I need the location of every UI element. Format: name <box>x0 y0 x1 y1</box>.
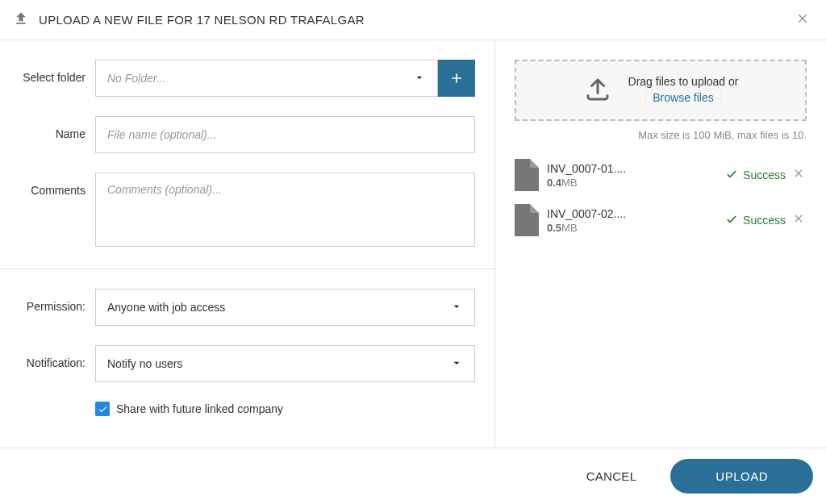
file-list: INV_0007-01.... 0.4MB Success INV_0007-0 <box>515 152 807 243</box>
upload-arrow-icon <box>583 75 612 106</box>
share-future-label: Share with future linked company <box>116 402 283 415</box>
close-icon[interactable] <box>792 8 813 32</box>
folder-placeholder: No Folder... <box>107 72 166 85</box>
drag-text: Drag files to upload or <box>628 75 739 88</box>
permission-value: Anyone with job access <box>107 301 225 314</box>
dialog-title: UPLOAD A NEW FILE FOR 17 NELSON RD TRAFA… <box>39 13 365 27</box>
file-icon <box>515 204 539 236</box>
add-folder-button[interactable] <box>438 60 475 97</box>
upload-limits: Max size is 100 MiB, max files is 10. <box>515 129 807 141</box>
upload-icon <box>13 10 29 29</box>
notification-label: Notification: <box>0 345 95 369</box>
file-row: INV_0007-02.... 0.5MB Success <box>515 198 807 243</box>
file-size: 0.4MB <box>547 177 652 189</box>
dialog-footer: CANCEL UPLOAD <box>0 448 826 504</box>
file-row: INV_0007-01.... 0.4MB Success <box>515 152 807 198</box>
dropzone[interactable]: Drag files to upload or Browse files <box>515 60 807 121</box>
remove-file-icon[interactable] <box>791 212 807 229</box>
folder-select[interactable]: No Folder... <box>95 60 438 97</box>
dialog-header: UPLOAD A NEW FILE FOR 17 NELSON RD TRAFA… <box>0 0 826 40</box>
notification-select[interactable]: Notify no users <box>95 345 475 382</box>
upload-button[interactable]: UPLOAD <box>670 459 813 494</box>
check-icon <box>725 213 738 228</box>
file-name: INV_0007-01.... <box>547 162 652 175</box>
browse-files-link[interactable]: Browse files <box>645 89 720 106</box>
folder-label: Select folder <box>0 60 95 84</box>
share-future-checkbox[interactable] <box>95 402 110 416</box>
remove-file-icon[interactable] <box>791 167 807 184</box>
name-label: Name <box>0 116 95 140</box>
file-size: 0.5MB <box>547 222 652 234</box>
permission-label: Permission: <box>0 289 95 313</box>
file-icon <box>515 159 539 191</box>
chevron-down-icon <box>450 300 463 315</box>
comments-label: Comments <box>0 173 95 197</box>
filename-input[interactable] <box>95 116 475 153</box>
comments-textarea[interactable] <box>95 173 475 247</box>
file-name: INV_0007-02.... <box>547 207 652 220</box>
cancel-button[interactable]: CANCEL <box>577 463 647 489</box>
notification-value: Notify no users <box>107 357 182 370</box>
check-icon <box>725 168 738 183</box>
file-status-text: Success <box>743 214 786 227</box>
chevron-down-icon <box>413 71 426 86</box>
chevron-down-icon <box>450 356 463 372</box>
permission-select[interactable]: Anyone with job access <box>95 289 475 326</box>
file-status-text: Success <box>743 169 786 181</box>
